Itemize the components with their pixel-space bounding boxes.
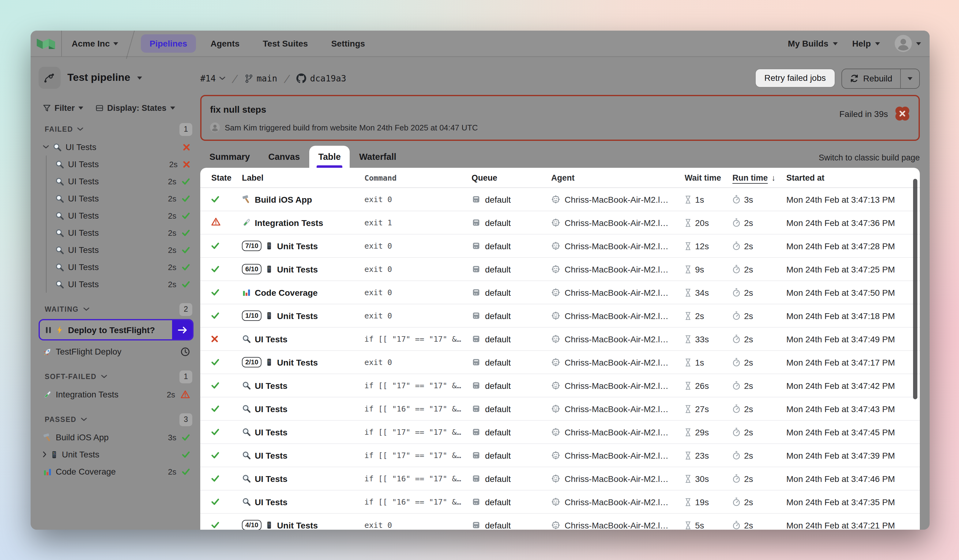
unblock-arrow-button[interactable] (172, 320, 192, 339)
build-number-dropdown[interactable]: #14 (200, 73, 226, 83)
hammer-icon (43, 433, 52, 442)
job-row[interactable]: UI Tests if [[ "17" == "17" &… default C… (200, 444, 920, 467)
column-header-label[interactable]: Label (242, 173, 364, 182)
caret-down-icon (908, 77, 913, 80)
parallel-job-badge: 1/10 (242, 310, 262, 321)
check-icon (182, 281, 190, 288)
job-row[interactable]: 4/10Unit Tests exit 0 default Chriss-Mac… (200, 514, 920, 530)
help-menu[interactable]: Help (852, 38, 880, 48)
stopwatch-icon (733, 474, 741, 483)
queue-icon (472, 497, 481, 506)
retry-failed-jobs-button[interactable]: Retry failed jobs (755, 68, 835, 87)
column-header-queue[interactable]: Queue (472, 173, 551, 182)
magnifier-icon (242, 404, 251, 413)
tab-canvas[interactable]: Canvas (259, 146, 309, 168)
sidebar-job-ui-tests[interactable]: UI Tests 2s (46, 173, 194, 190)
tab-waterfall[interactable]: Waterfall (350, 146, 405, 168)
tab-summary[interactable]: Summary (200, 146, 259, 168)
nav-item-pipelines[interactable]: Pipelines (141, 34, 196, 52)
caret-down-icon[interactable] (137, 76, 142, 79)
column-header-command[interactable]: Command (364, 173, 472, 182)
magnifier-icon (242, 451, 251, 460)
user-menu[interactable] (895, 35, 921, 52)
stopwatch-icon (733, 358, 741, 367)
column-header-run-time[interactable]: Run time ↓ (733, 173, 786, 182)
queue-name: default (485, 241, 511, 251)
section-header-waiting[interactable]: WAITING 2 (45, 301, 194, 317)
job-row[interactable]: Code Coverage exit 0 default Chriss-MacB… (200, 281, 920, 304)
buildkite-logo[interactable] (30, 30, 62, 56)
nav-item-agents[interactable]: Agents (202, 34, 248, 52)
display-mode-button[interactable]: Display: States (96, 103, 175, 113)
stopwatch-icon (733, 451, 741, 460)
sidebar-job-testflight-deploy[interactable]: TestFlight Deploy (38, 343, 194, 360)
started-at: Mon 24th Feb at 3:47:50 PM (786, 288, 920, 297)
job-duration: 2s (168, 177, 176, 186)
started-at: Mon 24th Feb at 3:47:49 PM (786, 334, 920, 344)
build-failed-banner: fix null steps Sam Kim triggered build f… (200, 95, 920, 141)
rebuild-caret-button[interactable] (901, 69, 919, 88)
section-header-soft-failed[interactable]: SOFT-FAILED 1 (45, 369, 194, 385)
sidebar-job-deploy-to-testflight[interactable]: Deploy to TestFlight? (38, 319, 194, 340)
git-branch-icon (245, 74, 253, 83)
job-row[interactable]: 7/10Unit Tests exit 0 default Chriss-Mac… (200, 234, 920, 258)
my-builds-menu[interactable]: My Builds (788, 38, 838, 48)
queue-icon (472, 264, 481, 274)
sidebar-job-ui-tests[interactable]: UI Tests (38, 138, 194, 156)
sidebar-job-integration-tests[interactable]: Integration Tests 2s (38, 386, 194, 403)
job-row[interactable]: UI Tests if [[ "17" == "17" &… default C… (200, 374, 920, 398)
sidebar-job-ui-tests[interactable]: UI Tests 2s (46, 275, 194, 293)
nav-item-settings[interactable]: Settings (323, 34, 374, 52)
run-time: 2s (744, 288, 753, 297)
switch-classic-link[interactable]: Switch to classic build page (819, 153, 920, 168)
commit-link[interactable]: dca19a3 (297, 73, 346, 83)
job-row[interactable]: UI Tests if [[ "17" == "17" &… default C… (200, 328, 920, 351)
job-row[interactable]: 2/10Unit Tests exit 0 default Chriss-Mac… (200, 351, 920, 374)
branch-link[interactable]: main (245, 73, 277, 83)
queue-name: default (485, 264, 511, 274)
pipeline-icon (43, 72, 56, 83)
job-row[interactable]: UI Tests if [[ "17" == "17" &… default C… (200, 421, 920, 444)
job-row[interactable]: UI Tests if [[ "16" == "17" &… default C… (200, 467, 920, 490)
queue-name: default (485, 334, 511, 344)
nav-item-test-suites[interactable]: Test Suites (254, 34, 316, 52)
job-row[interactable]: Build iOS App exit 0 default Chriss-MacB… (200, 188, 920, 211)
job-row[interactable]: 6/10Unit Tests exit 0 default Chriss-Mac… (200, 258, 920, 281)
column-header-wait-time[interactable]: Wait time (685, 173, 733, 182)
job-row[interactable]: Integration Tests exit 1 default Chriss-… (200, 211, 920, 234)
sidebar-job-code-coverage[interactable]: Code Coverage 2s (38, 463, 194, 480)
app-window: Acme Inc PipelinesAgentsTest SuitesSetti… (30, 30, 930, 530)
tab-table[interactable]: Table (309, 146, 350, 168)
sidebar-job-ui-tests[interactable]: UI Tests 2s (46, 207, 194, 224)
magnifier-icon (242, 381, 251, 390)
column-header-state[interactable]: State (211, 173, 242, 182)
job-passed-icon (211, 475, 219, 482)
hourglass-icon (685, 428, 691, 436)
sidebar-job-ui-tests[interactable]: UI Tests 2s (46, 190, 194, 207)
column-header-agent[interactable]: Agent (551, 173, 685, 182)
org-switcher[interactable]: Acme Inc (62, 38, 124, 48)
filter-button[interactable]: Filter (43, 103, 83, 113)
sidebar-job-unit-tests[interactable]: Unit Tests (38, 446, 194, 463)
job-row[interactable]: 1/10Unit Tests exit 0 default Chriss-Mac… (200, 304, 920, 328)
run-time: 2s (744, 241, 753, 251)
chevron-down-icon (220, 76, 226, 80)
funnel-icon (43, 104, 51, 112)
sidebar-job-ui-tests[interactable]: UI Tests 2s (46, 156, 194, 173)
section-header-failed[interactable]: FAILED 1 (45, 121, 194, 137)
job-row[interactable]: UI Tests if [[ "16" == "17" &… default C… (200, 398, 920, 421)
job-command: exit 0 (364, 288, 472, 297)
scrollbar-thumb[interactable] (913, 179, 918, 399)
job-row[interactable]: UI Tests if [[ "16" == "17" &… default C… (200, 490, 920, 514)
pipeline-icon-box[interactable] (38, 67, 61, 89)
sidebar-job-ui-tests[interactable]: UI Tests 2s (46, 224, 194, 241)
sidebar-job-build-ios-app[interactable]: Build iOS App 3s (38, 429, 194, 446)
section-header-passed[interactable]: PASSED 3 (45, 412, 194, 428)
rebuild-button[interactable]: Rebuild (842, 69, 901, 88)
sidebar-job-ui-tests[interactable]: UI Tests 2s (46, 241, 194, 258)
parallel-job-badge: 6/10 (242, 264, 262, 274)
wait-time: 1s (695, 357, 704, 367)
queue-icon (472, 218, 481, 227)
sidebar-job-ui-tests[interactable]: UI Tests 2s (46, 258, 194, 275)
column-header-started-at[interactable]: Started at (786, 173, 920, 182)
